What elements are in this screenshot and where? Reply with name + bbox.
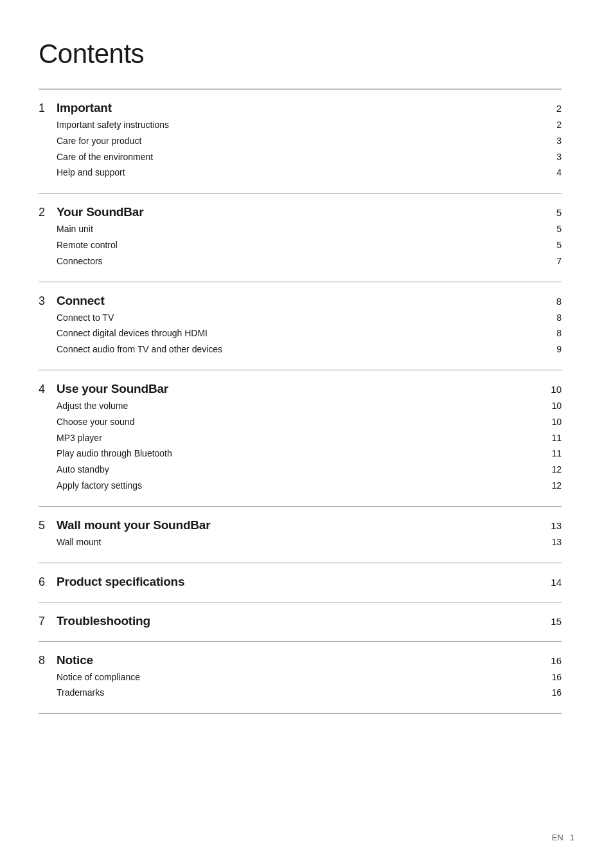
section-number-5: 5 <box>39 519 57 532</box>
section-row-8: 8Notice16 <box>39 653 562 667</box>
page: Contents 1Important2Important safety ins… <box>0 0 613 868</box>
section-page-3: 8 <box>549 296 562 307</box>
sub-page-1-0: 2 <box>549 120 562 130</box>
sub-page-2-1: 5 <box>549 240 562 250</box>
sub-page-4-0: 10 <box>549 401 562 411</box>
section-page-5: 13 <box>549 520 562 531</box>
sub-title-4-5: Apply factory settings <box>57 478 142 494</box>
toc-section-4: 4Use your SoundBar10Adjust the volume10C… <box>39 370 562 507</box>
section-page-6: 14 <box>549 577 562 588</box>
sub-row-1-3: Help and support4 <box>39 165 562 181</box>
section-page-8: 16 <box>549 655 562 666</box>
section-title-3: Connect <box>57 294 105 308</box>
sub-page-3-0: 8 <box>549 312 562 323</box>
sub-rows-3: Connect to TV8Connect digital devices th… <box>39 311 562 357</box>
section-row-3: 3Connect8 <box>39 294 562 308</box>
section-page-7: 15 <box>549 616 562 627</box>
sub-page-4-2: 11 <box>549 433 562 443</box>
toc-section-3: 3Connect8Connect to TV8Connect digital d… <box>39 282 562 370</box>
toc-section-7: 7Troubleshooting15 <box>39 602 562 642</box>
sub-page-2-2: 7 <box>549 256 562 266</box>
sub-title-4-4: Auto standby <box>57 462 109 478</box>
sub-row-4-3: Play audio through Bluetooth11 <box>39 446 562 462</box>
sub-row-1-2: Care of the environment3 <box>39 150 562 165</box>
sub-page-4-3: 11 <box>549 448 562 458</box>
section-title-6: Product specifications <box>57 575 184 589</box>
sub-page-4-4: 12 <box>549 464 562 475</box>
section-title-8: Notice <box>57 653 93 667</box>
toc-section-8: 8Notice16Notice of compliance16Trademark… <box>39 642 562 714</box>
section-row-1: 1Important2 <box>39 101 562 115</box>
sub-page-8-1: 16 <box>549 687 562 698</box>
sub-rows-4: Adjust the volume10Choose your sound10MP… <box>39 399 562 494</box>
sub-page-3-1: 8 <box>549 328 562 338</box>
sub-page-3-2: 9 <box>549 344 562 354</box>
sub-page-1-3: 4 <box>549 167 562 177</box>
toc-section-1: 1Important2Important safety instructions… <box>39 89 562 194</box>
sub-rows-1: Important safety instructions2Care for y… <box>39 118 562 181</box>
section-title-7: Troubleshooting <box>57 614 150 628</box>
section-title-4: Use your SoundBar <box>57 382 168 396</box>
section-page-1: 2 <box>549 103 562 114</box>
sub-title-1-1: Care for your product <box>57 134 141 149</box>
sub-title-8-0: Notice of compliance <box>57 670 140 685</box>
sub-title-4-1: Choose your sound <box>57 415 134 430</box>
toc-container: 1Important2Important safety instructions… <box>39 89 562 714</box>
sub-rows-5: Wall mount13 <box>39 535 562 550</box>
footer: EN 1 <box>552 833 574 842</box>
sub-row-2-1: Remote control5 <box>39 238 562 253</box>
section-number-7: 7 <box>39 615 57 628</box>
sub-page-2-0: 5 <box>549 224 562 234</box>
sub-title-2-0: Main unit <box>57 222 93 237</box>
sub-page-4-1: 10 <box>549 417 562 427</box>
section-title-2: Your SoundBar <box>57 205 143 219</box>
sub-row-2-0: Main unit5 <box>39 222 562 237</box>
page-title: Contents <box>39 39 562 69</box>
section-number-4: 4 <box>39 383 57 396</box>
section-row-2: 2Your SoundBar5 <box>39 205 562 219</box>
section-title-5: Wall mount your SoundBar <box>57 518 210 532</box>
sub-title-3-2: Connect audio from TV and other devices <box>57 342 222 357</box>
sub-page-8-0: 16 <box>549 672 562 682</box>
sub-page-1-2: 3 <box>549 152 562 162</box>
sub-title-3-0: Connect to TV <box>57 311 114 326</box>
sub-page-1-1: 3 <box>549 136 562 146</box>
section-row-6: 6Product specifications14 <box>39 575 562 589</box>
sub-row-4-0: Adjust the volume10 <box>39 399 562 414</box>
sub-row-3-1: Connect digital devices through HDMI8 <box>39 326 562 341</box>
section-page-2: 5 <box>549 207 562 218</box>
sub-title-4-3: Play audio through Bluetooth <box>57 446 172 462</box>
sub-page-5-0: 13 <box>549 537 562 547</box>
sub-row-4-2: MP3 player11 <box>39 431 562 446</box>
section-title-1: Important <box>57 101 112 115</box>
sub-row-3-2: Connect audio from TV and other devices9 <box>39 342 562 357</box>
sub-title-4-2: MP3 player <box>57 431 102 446</box>
sub-page-4-5: 12 <box>549 480 562 491</box>
sub-title-2-2: Connectors <box>57 254 103 269</box>
sub-title-8-1: Trademarks <box>57 685 104 701</box>
footer-page: 1 <box>570 833 574 842</box>
sub-row-5-0: Wall mount13 <box>39 535 562 550</box>
section-page-4: 10 <box>549 384 562 395</box>
sub-title-2-1: Remote control <box>57 238 118 253</box>
section-row-4: 4Use your SoundBar10 <box>39 382 562 396</box>
sub-title-1-0: Important safety instructions <box>57 118 169 133</box>
sub-title-4-0: Adjust the volume <box>57 399 128 414</box>
section-row-5: 5Wall mount your SoundBar13 <box>39 518 562 532</box>
section-number-1: 1 <box>39 102 57 115</box>
sub-row-3-0: Connect to TV8 <box>39 311 562 326</box>
section-number-2: 2 <box>39 206 57 219</box>
section-number-8: 8 <box>39 654 57 667</box>
sub-title-3-1: Connect digital devices through HDMI <box>57 326 208 341</box>
sub-title-1-2: Care of the environment <box>57 150 153 165</box>
section-number-6: 6 <box>39 575 57 589</box>
sub-row-2-2: Connectors7 <box>39 254 562 269</box>
sub-title-5-0: Wall mount <box>57 535 102 550</box>
toc-section-2: 2Your SoundBar5Main unit5Remote control5… <box>39 194 562 282</box>
section-number-3: 3 <box>39 294 57 308</box>
sub-row-8-1: Trademarks16 <box>39 685 562 701</box>
section-row-7: 7Troubleshooting15 <box>39 614 562 628</box>
sub-row-1-0: Important safety instructions2 <box>39 118 562 133</box>
sub-rows-2: Main unit5Remote control5Connectors7 <box>39 222 562 269</box>
sub-rows-8: Notice of compliance16Trademarks16 <box>39 670 562 701</box>
